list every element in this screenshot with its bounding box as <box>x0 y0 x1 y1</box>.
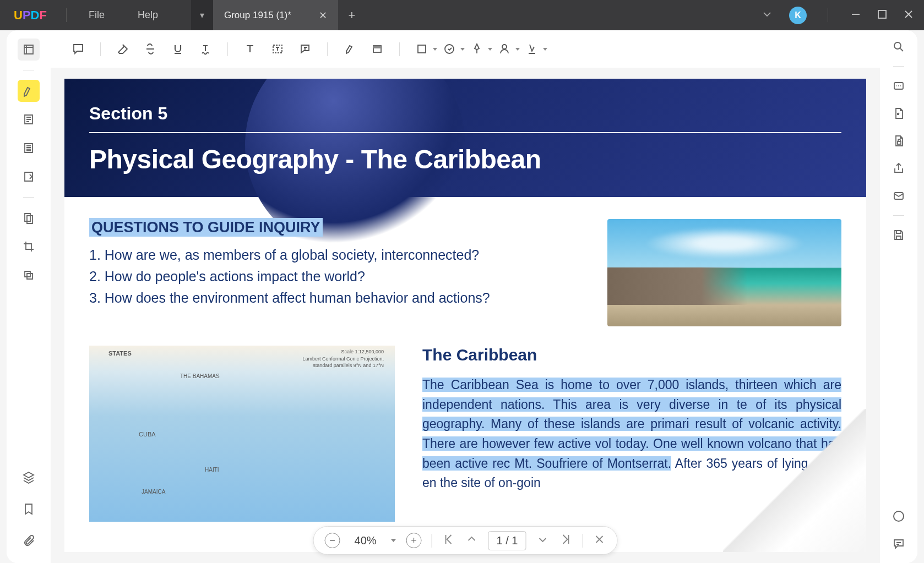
highlighter-tool-icon[interactable] <box>18 80 40 102</box>
content-area: Section 5 Physical Geography - The Carib… <box>51 30 880 563</box>
separator <box>432 534 432 548</box>
attachment-icon[interactable] <box>18 530 40 552</box>
map-label: THE BAHAMAS <box>180 373 220 379</box>
stamp-user-icon[interactable] <box>493 38 515 60</box>
signature-tool-icon[interactable] <box>521 38 543 60</box>
protect-icon[interactable] <box>890 133 907 149</box>
scale-text: Lambert Conformal Conic Projection, <box>302 356 384 363</box>
next-page-button[interactable] <box>536 533 549 549</box>
squiggly-tool-icon[interactable] <box>194 38 216 60</box>
strikethrough-tool-icon[interactable] <box>139 38 161 60</box>
body-row-2: STATES THE BAHAMAS CUBA JAMAICA HAITI Sc… <box>89 346 841 522</box>
new-tab-button[interactable]: + <box>338 0 366 30</box>
area-highlight-tool-icon[interactable] <box>366 38 388 60</box>
crop-icon[interactable] <box>18 236 40 258</box>
questions-list: 1. How are we, as members of a global so… <box>89 244 585 308</box>
highlight-tool-icon[interactable] <box>339 38 361 60</box>
map-label: HAITI <box>205 467 219 473</box>
separator <box>23 197 34 198</box>
ocr-icon[interactable] <box>890 78 907 94</box>
pdf-page: Section 5 Physical Geography - The Carib… <box>64 79 866 552</box>
first-page-button[interactable] <box>442 533 455 549</box>
article-text: The Caribbean Sea is home to over 7,000 … <box>422 375 841 493</box>
map-scale: Scale 1:12,500,000 Lambert Conformal Con… <box>302 348 384 369</box>
edit-text-icon[interactable] <box>18 108 40 130</box>
textbox-tool-icon[interactable] <box>267 38 289 60</box>
organize-pages-icon[interactable] <box>18 207 40 229</box>
section-label: Section 5 <box>89 103 841 124</box>
zoom-in-button[interactable]: + <box>406 533 422 548</box>
minimize-button[interactable] <box>849 8 860 23</box>
window-controls: K <box>760 7 924 24</box>
svg-point-6 <box>502 45 507 49</box>
svg-point-5 <box>445 45 454 53</box>
maximize-button[interactable] <box>876 8 887 23</box>
menu-help[interactable]: Help <box>121 9 175 21</box>
question-item: 2. How do people's actions impact the wo… <box>89 266 585 287</box>
caribbean-map-image: STATES THE BAHAMAS CUBA JAMAICA HAITI Sc… <box>89 346 395 522</box>
bookmark-icon[interactable] <box>18 498 40 520</box>
svg-rect-3 <box>373 46 381 48</box>
zoom-dropdown-icon[interactable] <box>391 539 396 542</box>
separator <box>227 42 228 56</box>
text-tool-icon[interactable] <box>239 38 261 60</box>
separator <box>582 534 583 548</box>
scale-text: standard parallels 9°N and 17°N <box>302 362 384 369</box>
map-label: JAMAICA <box>142 489 165 495</box>
stamp-tool-icon[interactable] <box>438 38 460 60</box>
ai-assistant-icon[interactable] <box>890 508 907 524</box>
eraser-tool-icon[interactable] <box>112 38 134 60</box>
close-icon[interactable]: ✕ <box>319 9 327 21</box>
tab-area: ▾ Group 1915 (1)* ✕ + <box>191 0 366 30</box>
page-title: Physical Geography - The Caribbean <box>89 144 841 174</box>
callout-tool-icon[interactable] <box>294 38 316 60</box>
separator <box>100 42 101 56</box>
zoom-level[interactable]: 40% <box>350 534 381 547</box>
separator <box>399 42 400 56</box>
separator <box>893 66 904 67</box>
convert-icon[interactable] <box>890 105 907 122</box>
map-label: CUBA <box>139 431 156 438</box>
close-bar-button[interactable] <box>593 533 606 549</box>
zoom-out-button[interactable]: − <box>325 533 340 548</box>
underline-tool-icon[interactable] <box>167 38 189 60</box>
save-icon[interactable] <box>890 227 907 243</box>
tab-dropdown[interactable]: ▾ <box>191 0 213 30</box>
document-view[interactable]: Section 5 Physical Geography - The Carib… <box>51 68 880 563</box>
chevron-down-icon[interactable] <box>760 8 774 23</box>
left-sidebar <box>7 30 51 563</box>
right-sidebar <box>880 30 917 563</box>
titlebar: UPDF File Help ▾ Group 1915 (1)* ✕ + K <box>0 0 924 30</box>
chat-icon[interactable] <box>890 535 907 552</box>
layers-icon[interactable] <box>18 466 40 488</box>
scale-text: Scale 1:12,500,000 <box>302 348 384 356</box>
active-tab[interactable]: Group 1915 (1)* ✕ <box>213 0 338 30</box>
tab-title: Group 1915 (1)* <box>224 10 291 21</box>
page-indicator[interactable]: 1 / 1 <box>488 531 526 550</box>
user-avatar[interactable]: K <box>789 7 807 24</box>
right-sidebar-bottom <box>890 508 907 563</box>
reader-mode-icon[interactable] <box>18 39 40 61</box>
map-label: STATES <box>108 350 132 357</box>
page-body: QUESTIONS TO GUIDE INQUIRY 1. How are we… <box>64 197 866 544</box>
watermark-icon[interactable] <box>18 264 40 286</box>
edit-page-icon[interactable] <box>18 166 40 188</box>
menu-file[interactable]: File <box>72 9 121 21</box>
close-button[interactable] <box>902 8 913 23</box>
page-header: Section 5 Physical Geography - The Carib… <box>64 79 866 197</box>
separator <box>828 8 828 22</box>
question-item: 3. How does the environment affect human… <box>89 287 585 309</box>
separator <box>327 42 328 56</box>
main-area: Section 5 Physical Geography - The Carib… <box>7 30 917 563</box>
email-icon[interactable] <box>890 188 907 204</box>
last-page-button[interactable] <box>559 533 572 549</box>
pin-tool-icon[interactable] <box>466 38 488 60</box>
comment-tool-icon[interactable] <box>67 38 89 60</box>
questions-heading: QUESTIONS TO GUIDE INQUIRY <box>89 218 323 237</box>
share-icon[interactable] <box>890 160 907 177</box>
search-icon[interactable] <box>890 39 907 55</box>
page-view-icon[interactable] <box>18 137 40 159</box>
prev-page-button[interactable] <box>465 533 479 549</box>
shape-tool-icon[interactable] <box>411 38 433 60</box>
header-divider <box>89 132 841 133</box>
